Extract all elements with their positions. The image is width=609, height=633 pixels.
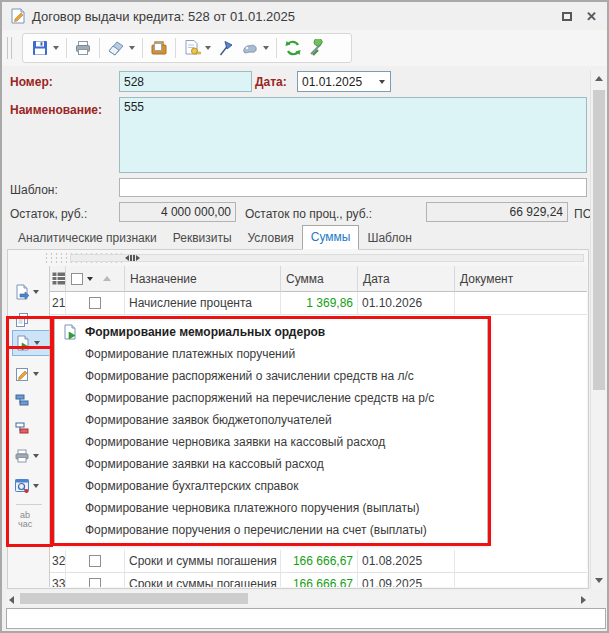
column-header-doc[interactable]: Документ	[455, 266, 587, 292]
chevron-down-icon[interactable]	[87, 277, 93, 281]
chevron-down-icon[interactable]	[33, 290, 39, 294]
stamp-button[interactable]	[238, 35, 272, 61]
tab-4[interactable]: Суммы	[302, 225, 360, 250]
cell-date[interactable]: 01.10.2026	[358, 292, 455, 315]
chevron-down-icon[interactable]	[263, 46, 269, 50]
hierarchy-remove-icon[interactable]	[14, 416, 48, 440]
cell-doc[interactable]	[455, 292, 587, 315]
chevron-down-icon[interactable]	[33, 372, 39, 376]
scroll-right-icon[interactable]	[581, 596, 586, 604]
menu-item[interactable]: Формирование платежных поручений	[55, 343, 487, 365]
row-checkbox[interactable]	[89, 555, 101, 567]
scroll-left-icon[interactable]	[9, 596, 14, 604]
table-row[interactable]: 32Сроки и суммы погашения166 666,6701.08…	[50, 550, 587, 573]
refresh-button[interactable]	[281, 35, 305, 61]
column-header-sum[interactable]: Сумма	[281, 266, 358, 292]
restore-button[interactable]	[562, 12, 572, 21]
credit-agreement-window: Договор выдачи кредита: 528 от 01.01.202…	[0, 0, 609, 633]
copy-button[interactable]	[14, 308, 48, 332]
menu-item[interactable]: Формирование поручения о перечислении на…	[55, 519, 487, 541]
cell-doc[interactable]	[455, 550, 587, 573]
row-checkbox[interactable]	[89, 578, 101, 587]
chevron-down-icon[interactable]	[379, 80, 385, 84]
menu-item[interactable]: Формирование черновика платежного поруче…	[55, 497, 487, 519]
cell-name[interactable]: Сроки и суммы погашения	[125, 573, 281, 587]
briefcase-button[interactable]	[147, 35, 171, 61]
scroll-down-icon[interactable]	[595, 578, 603, 583]
chevron-down-icon[interactable]	[33, 454, 39, 458]
row-checkbox-cell[interactable]	[66, 550, 125, 573]
row-number: 32	[50, 550, 66, 573]
row-checkbox-cell[interactable]	[66, 292, 125, 315]
table-row[interactable]: 21Начисление процента1 369,8601.10.2026	[50, 292, 587, 315]
titlebar: Договор выдачи кредита: 528 от 01.01.202…	[2, 2, 607, 30]
hierarchy-add-icon[interactable]	[14, 388, 48, 412]
hours-icon[interactable]: ab час	[18, 511, 32, 529]
print-grid-button[interactable]	[14, 444, 48, 468]
balance-pct-label: Остаток по проц., руб.:	[245, 207, 372, 221]
menu-item[interactable]: Формирование бухгалтерских справок	[55, 475, 487, 497]
scroll-up-icon[interactable]	[595, 76, 603, 81]
vertical-scrollbar[interactable]	[590, 70, 606, 589]
cell-sum[interactable]: 166 666,67	[281, 550, 358, 573]
tab-1[interactable]: Аналитические признаки	[10, 227, 165, 250]
eraser-icon[interactable]	[104, 35, 138, 61]
column-splitter-bar[interactable]	[70, 254, 584, 262]
cell-date[interactable]: 01.09.2025	[358, 573, 455, 587]
grid-corner-cell[interactable]	[50, 266, 66, 292]
row-checkbox[interactable]	[89, 297, 101, 309]
table-row[interactable]: 33Сроки и суммы погашения166 666,6701.09…	[50, 573, 587, 587]
menu-item[interactable]: Формирование распоряжений о зачислении с…	[55, 365, 487, 387]
form-documents-button[interactable]	[12, 330, 50, 356]
tab-2[interactable]: Реквизиты	[165, 227, 240, 250]
preview-button[interactable]	[14, 474, 48, 498]
menu-item[interactable]: Формирование мемориальных ордеров	[55, 321, 487, 343]
edit-button[interactable]	[14, 362, 48, 386]
date-value: 01.01.2025	[302, 75, 362, 89]
select-all-checkbox[interactable]	[71, 273, 83, 285]
column-header-date[interactable]: Дата	[358, 266, 455, 292]
cell-sum[interactable]: 166 666,67	[281, 573, 358, 587]
cell-doc[interactable]	[455, 573, 587, 587]
print-button[interactable]	[71, 35, 95, 61]
document-key-button[interactable]	[180, 35, 214, 61]
horizontal-scrollbar[interactable]	[6, 591, 589, 606]
number-label: Номер:	[10, 75, 53, 89]
template-input[interactable]	[119, 178, 587, 197]
name-textarea[interactable]: 555	[119, 97, 587, 173]
save-button[interactable]	[28, 35, 62, 61]
chevron-down-icon[interactable]	[129, 46, 135, 50]
chevron-down-icon[interactable]	[205, 46, 211, 50]
menu-item[interactable]: Формирование черновика заявки на кассовы…	[55, 431, 487, 453]
sort-asc-icon[interactable]	[103, 276, 111, 281]
splitter-handle-icon[interactable]	[125, 255, 140, 261]
chevron-down-icon[interactable]	[53, 46, 59, 50]
vertical-scrollbar-thumb[interactable]	[593, 90, 605, 390]
cell-date[interactable]: 01.08.2025	[358, 550, 455, 573]
tab-3[interactable]: Условия	[240, 227, 302, 250]
menu-item[interactable]: Формирование распоряжений на перечислени…	[55, 387, 487, 409]
tab-5[interactable]: Шаблон	[359, 227, 419, 250]
toolbar-separator	[16, 504, 42, 505]
generate-document-button[interactable]	[14, 280, 48, 304]
horizontal-scrollbar-thumb[interactable]	[20, 593, 248, 604]
flag-button[interactable]	[214, 35, 238, 61]
document-generate-icon	[62, 324, 78, 340]
grid-header-row: Назначение Сумма Дата Документ	[50, 266, 587, 292]
chevron-down-icon[interactable]	[34, 341, 40, 345]
toolbar-grip[interactable]	[7, 37, 12, 59]
cell-name[interactable]: Начисление процента	[125, 292, 281, 315]
cell-name[interactable]: Сроки и суммы погашения	[125, 550, 281, 573]
number-input[interactable]	[119, 71, 252, 92]
close-button[interactable]: ✕	[586, 10, 597, 23]
chevron-down-icon[interactable]	[33, 484, 39, 488]
column-header-name[interactable]: Назначение	[125, 266, 281, 292]
menu-item[interactable]: Формирование заявки на кассовый расход	[55, 453, 487, 475]
date-select[interactable]: 01.01.2025	[297, 71, 391, 92]
cell-sum[interactable]: 1 369,86	[281, 292, 358, 315]
menu-item[interactable]: Формирование заявок бюджетополучателей	[55, 409, 487, 431]
tools-button[interactable]	[305, 35, 329, 61]
row-checkbox-cell[interactable]	[66, 573, 125, 587]
select-all-header-cell[interactable]	[66, 266, 125, 292]
hours-icon-text-bottom: час	[18, 519, 32, 529]
